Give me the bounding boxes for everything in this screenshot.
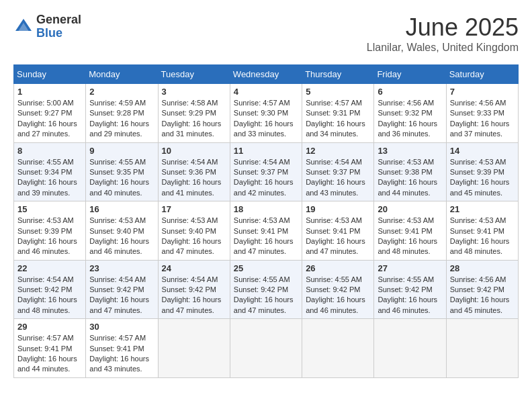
day-info: Sunrise: 4:57 AMSunset: 9:41 PMDaylight:… bbox=[17, 333, 82, 375]
calendar-cell: 28Sunrise: 4:56 AMSunset: 9:42 PMDayligh… bbox=[446, 260, 518, 319]
day-number: 26 bbox=[306, 263, 370, 273]
calendar-week-row: 22Sunrise: 4:54 AMSunset: 9:42 PMDayligh… bbox=[14, 260, 519, 319]
header-tuesday: Tuesday bbox=[158, 65, 230, 84]
calendar-cell: 30Sunrise: 4:57 AMSunset: 9:41 PMDayligh… bbox=[86, 319, 158, 378]
month-title: June 2025 bbox=[367, 13, 519, 42]
calendar-cell: 18Sunrise: 4:53 AMSunset: 9:41 PMDayligh… bbox=[230, 201, 302, 261]
day-number: 24 bbox=[162, 263, 226, 273]
calendar-cell: 2Sunrise: 4:59 AMSunset: 9:28 PMDaylight… bbox=[86, 84, 158, 143]
calendar-cell bbox=[230, 319, 302, 378]
calendar-cell: 16Sunrise: 4:53 AMSunset: 9:40 PMDayligh… bbox=[86, 201, 158, 261]
calendar-cell: 7Sunrise: 4:56 AMSunset: 9:33 PMDaylight… bbox=[446, 84, 518, 143]
day-number: 15 bbox=[17, 204, 82, 214]
day-info: Sunrise: 4:53 AMSunset: 9:39 PMDaylight:… bbox=[450, 157, 515, 199]
header-monday: Monday bbox=[86, 65, 158, 84]
day-number: 3 bbox=[162, 87, 226, 97]
day-number: 2 bbox=[89, 87, 154, 97]
page-header: General Blue June 2025 Llanilar, Wales, … bbox=[13, 13, 519, 54]
day-info: Sunrise: 4:56 AMSunset: 9:33 PMDaylight:… bbox=[450, 98, 515, 140]
calendar-cell bbox=[158, 319, 230, 378]
logo: General Blue bbox=[13, 13, 81, 40]
day-info: Sunrise: 4:55 AMSunset: 9:42 PMDaylight:… bbox=[234, 275, 298, 316]
header-thursday: Thursday bbox=[302, 65, 374, 84]
calendar-cell: 4Sunrise: 4:57 AMSunset: 9:30 PMDaylight… bbox=[230, 84, 302, 143]
day-number: 18 bbox=[234, 204, 298, 214]
day-number: 14 bbox=[450, 146, 515, 156]
header-wednesday: Wednesday bbox=[230, 65, 302, 84]
calendar-cell: 8Sunrise: 4:55 AMSunset: 9:34 PMDaylight… bbox=[14, 142, 86, 201]
calendar-cell: 12Sunrise: 4:54 AMSunset: 9:37 PMDayligh… bbox=[302, 142, 374, 201]
day-info: Sunrise: 5:00 AMSunset: 9:27 PMDaylight:… bbox=[17, 98, 82, 140]
calendar-cell: 13Sunrise: 4:53 AMSunset: 9:38 PMDayligh… bbox=[374, 142, 446, 201]
day-info: Sunrise: 4:53 AMSunset: 9:39 PMDaylight:… bbox=[17, 216, 82, 257]
day-info: Sunrise: 4:59 AMSunset: 9:28 PMDaylight:… bbox=[89, 98, 154, 140]
day-info: Sunrise: 4:56 AMSunset: 9:42 PMDaylight:… bbox=[450, 275, 515, 316]
header-friday: Friday bbox=[374, 65, 446, 84]
calendar-cell bbox=[446, 319, 518, 378]
day-info: Sunrise: 4:55 AMSunset: 9:42 PMDaylight:… bbox=[306, 275, 370, 316]
day-number: 19 bbox=[306, 204, 370, 214]
day-info: Sunrise: 4:54 AMSunset: 9:36 PMDaylight:… bbox=[162, 157, 226, 199]
day-number: 8 bbox=[17, 146, 82, 156]
day-number: 13 bbox=[378, 146, 442, 156]
calendar-cell: 6Sunrise: 4:56 AMSunset: 9:32 PMDaylight… bbox=[374, 84, 446, 143]
calendar-cell: 9Sunrise: 4:55 AMSunset: 9:35 PMDaylight… bbox=[86, 142, 158, 201]
day-info: Sunrise: 4:56 AMSunset: 9:32 PMDaylight:… bbox=[378, 98, 442, 140]
day-info: Sunrise: 4:53 AMSunset: 9:41 PMDaylight:… bbox=[234, 216, 298, 257]
title-block: June 2025 Llanilar, Wales, United Kingdo… bbox=[367, 13, 519, 54]
calendar-week-row: 15Sunrise: 4:53 AMSunset: 9:39 PMDayligh… bbox=[14, 201, 519, 261]
day-number: 16 bbox=[89, 204, 154, 214]
calendar-week-row: 29Sunrise: 4:57 AMSunset: 9:41 PMDayligh… bbox=[14, 319, 519, 378]
day-info: Sunrise: 4:54 AMSunset: 9:37 PMDaylight:… bbox=[234, 157, 298, 199]
calendar-cell: 1Sunrise: 5:00 AMSunset: 9:27 PMDaylight… bbox=[14, 84, 86, 143]
day-number: 4 bbox=[234, 87, 298, 97]
day-number: 28 bbox=[450, 263, 515, 273]
day-number: 12 bbox=[306, 146, 370, 156]
day-number: 7 bbox=[450, 87, 515, 97]
day-number: 11 bbox=[234, 146, 298, 156]
day-number: 17 bbox=[162, 204, 226, 214]
day-number: 1 bbox=[17, 87, 82, 97]
header-saturday: Saturday bbox=[446, 65, 518, 84]
logo-general: General bbox=[36, 13, 81, 27]
day-info: Sunrise: 4:53 AMSunset: 9:41 PMDaylight:… bbox=[450, 216, 515, 257]
day-info: Sunrise: 4:57 AMSunset: 9:41 PMDaylight:… bbox=[89, 333, 154, 375]
day-info: Sunrise: 4:55 AMSunset: 9:35 PMDaylight:… bbox=[89, 157, 154, 199]
calendar-cell: 25Sunrise: 4:55 AMSunset: 9:42 PMDayligh… bbox=[230, 260, 302, 319]
day-info: Sunrise: 4:54 AMSunset: 9:42 PMDaylight:… bbox=[162, 275, 226, 316]
day-info: Sunrise: 4:54 AMSunset: 9:42 PMDaylight:… bbox=[17, 275, 82, 316]
day-info: Sunrise: 4:55 AMSunset: 9:34 PMDaylight:… bbox=[17, 157, 82, 199]
calendar-cell: 5Sunrise: 4:57 AMSunset: 9:31 PMDaylight… bbox=[302, 84, 374, 143]
day-number: 25 bbox=[234, 263, 298, 273]
calendar-week-row: 1Sunrise: 5:00 AMSunset: 9:27 PMDaylight… bbox=[14, 84, 519, 143]
calendar-header-row: SundayMondayTuesdayWednesdayThursdayFrid… bbox=[14, 65, 519, 84]
location-subtitle: Llanilar, Wales, United Kingdom bbox=[367, 42, 519, 54]
calendar-cell: 23Sunrise: 4:54 AMSunset: 9:42 PMDayligh… bbox=[86, 260, 158, 319]
day-info: Sunrise: 4:53 AMSunset: 9:41 PMDaylight:… bbox=[306, 216, 370, 257]
header-sunday: Sunday bbox=[14, 65, 86, 84]
logo-text: General Blue bbox=[36, 13, 81, 40]
logo-blue: Blue bbox=[36, 27, 81, 40]
calendar-cell: 10Sunrise: 4:54 AMSunset: 9:36 PMDayligh… bbox=[158, 142, 230, 201]
day-info: Sunrise: 4:53 AMSunset: 9:38 PMDaylight:… bbox=[378, 157, 442, 199]
calendar-cell: 15Sunrise: 4:53 AMSunset: 9:39 PMDayligh… bbox=[14, 201, 86, 261]
calendar-cell: 26Sunrise: 4:55 AMSunset: 9:42 PMDayligh… bbox=[302, 260, 374, 319]
calendar-cell: 20Sunrise: 4:53 AMSunset: 9:41 PMDayligh… bbox=[374, 201, 446, 261]
day-info: Sunrise: 4:58 AMSunset: 9:29 PMDaylight:… bbox=[162, 98, 226, 140]
day-number: 5 bbox=[306, 87, 370, 97]
day-info: Sunrise: 4:53 AMSunset: 9:41 PMDaylight:… bbox=[378, 216, 442, 257]
calendar-table: SundayMondayTuesdayWednesdayThursdayFrid… bbox=[13, 64, 519, 378]
day-number: 20 bbox=[378, 204, 442, 214]
day-number: 30 bbox=[89, 322, 154, 332]
calendar-cell bbox=[374, 319, 446, 378]
day-number: 9 bbox=[89, 146, 154, 156]
day-info: Sunrise: 4:57 AMSunset: 9:31 PMDaylight:… bbox=[306, 98, 370, 140]
day-info: Sunrise: 4:54 AMSunset: 9:37 PMDaylight:… bbox=[306, 157, 370, 199]
calendar-cell: 24Sunrise: 4:54 AMSunset: 9:42 PMDayligh… bbox=[158, 260, 230, 319]
calendar-cell: 27Sunrise: 4:55 AMSunset: 9:42 PMDayligh… bbox=[374, 260, 446, 319]
day-number: 29 bbox=[17, 322, 82, 332]
day-number: 23 bbox=[89, 263, 154, 273]
day-info: Sunrise: 4:53 AMSunset: 9:40 PMDaylight:… bbox=[89, 216, 154, 257]
day-info: Sunrise: 4:53 AMSunset: 9:40 PMDaylight:… bbox=[162, 216, 226, 257]
calendar-cell: 21Sunrise: 4:53 AMSunset: 9:41 PMDayligh… bbox=[446, 201, 518, 261]
